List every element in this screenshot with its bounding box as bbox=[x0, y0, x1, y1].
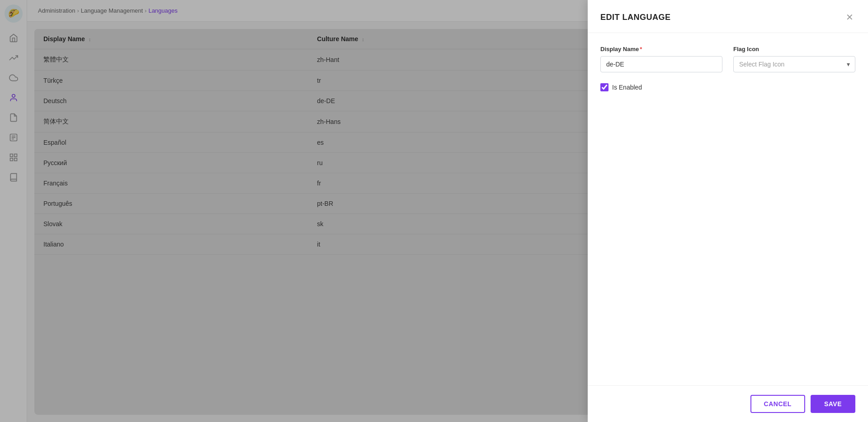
form-row-main: Display Name* Flag Icon Select Flag Icon… bbox=[600, 46, 855, 72]
is-enabled-row: Is Enabled bbox=[600, 83, 855, 91]
flag-icon-label: Flag Icon bbox=[733, 46, 855, 52]
display-name-input[interactable] bbox=[600, 56, 722, 72]
save-button[interactable]: SAVE bbox=[811, 395, 855, 413]
flag-icon-group: Flag Icon Select Flag Icon ▾ bbox=[733, 46, 855, 72]
flag-icon-select-wrapper: Select Flag Icon ▾ bbox=[733, 56, 855, 72]
edit-panel: EDIT LANGUAGE ✕ Display Name* Flag Icon … bbox=[588, 0, 868, 422]
display-name-group: Display Name* bbox=[600, 46, 722, 72]
is-enabled-label[interactable]: Is Enabled bbox=[612, 84, 642, 91]
cancel-button[interactable]: CANCEL bbox=[750, 395, 805, 413]
panel-header: EDIT LANGUAGE ✕ bbox=[588, 0, 868, 33]
close-button[interactable]: ✕ bbox=[844, 11, 855, 24]
panel-footer: CANCEL SAVE bbox=[588, 385, 868, 422]
panel-title: EDIT LANGUAGE bbox=[600, 13, 671, 22]
display-name-label: Display Name* bbox=[600, 46, 722, 52]
flag-icon-select[interactable]: Select Flag Icon bbox=[733, 56, 855, 72]
is-enabled-checkbox[interactable] bbox=[600, 83, 609, 91]
panel-body: Display Name* Flag Icon Select Flag Icon… bbox=[588, 33, 868, 385]
required-star: * bbox=[640, 46, 642, 52]
